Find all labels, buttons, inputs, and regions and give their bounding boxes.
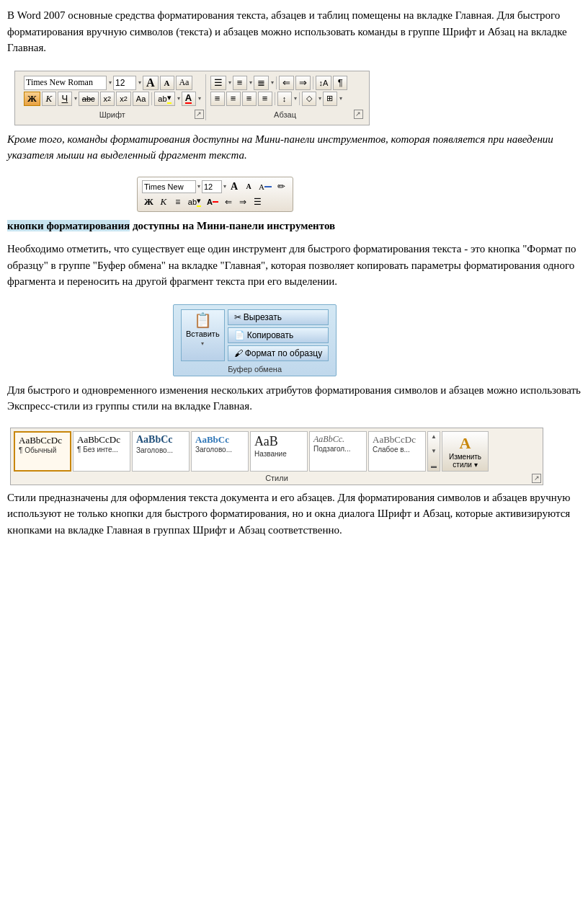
style-heading2-preview: AaBbCc	[195, 434, 229, 446]
borders-arrow: ▾	[339, 95, 342, 102]
mini-font-color[interactable]: A	[257, 180, 274, 193]
highlight-button[interactable]: ab▾	[154, 92, 174, 106]
grow-font-button[interactable]: A	[143, 76, 159, 90]
numbering-arrow: ▾	[249, 79, 252, 86]
justify-button[interactable]: ≡	[258, 92, 272, 106]
multilevel-arrow: ▾	[271, 79, 274, 86]
change-case-button[interactable]: Аа	[176, 76, 193, 90]
format-paragraph: Необходимо отметить, что существует еще …	[7, 241, 581, 290]
font-section-label: Шрифт	[19, 110, 205, 119]
font-size-select[interactable]: 12	[113, 76, 136, 90]
style-no-interval-preview: AaBbCcDc	[77, 434, 120, 446]
superscript-button[interactable]: x2	[116, 92, 131, 106]
style-weak-name: Слабое в...	[373, 446, 410, 454]
paragraph-section: ☰ ▾ ≡ ▾ ≣ ▾ ⇐ ⇒ ↕A ¶ ≡ ≡ ≡ ≡ ↕ ▾	[206, 74, 365, 120]
buffer-section-label: Буфер обмена	[174, 365, 336, 373]
buffer-box: 📋 Вставить ▾ ✂ Вырезать 📄 Копировать 🖌 Ф…	[173, 304, 337, 376]
caption-highlighted: кнопки форматирования	[7, 220, 130, 231]
mini-bullets[interactable]: ☰	[251, 195, 264, 208]
increase-indent-button[interactable]: ⇒	[295, 76, 311, 90]
ribbon-toolbar: Times New Roman ▾ 12 ▾ A A Аа Ж К Ч ▾ ab…	[14, 71, 370, 125]
separator	[151, 92, 152, 105]
mini-grow-font[interactable]: A	[228, 180, 241, 193]
shrink-font-button[interactable]: A	[160, 76, 174, 90]
subscript-button[interactable]: x2	[100, 92, 115, 106]
italic-button[interactable]: К	[42, 92, 56, 106]
align-right-button[interactable]: ≡	[242, 92, 257, 106]
format-painter-label: Формат по образцу	[245, 348, 323, 358]
numbering-button[interactable]: ≡	[233, 76, 247, 90]
underline-arrow: ▾	[74, 95, 77, 102]
mini-decrease-indent[interactable]: ⇐	[222, 195, 235, 208]
style-heading1-preview: AaBbCс	[136, 434, 173, 446]
style-title-preview: АаВ	[254, 434, 278, 450]
style-title[interactable]: АаВ Название	[250, 431, 308, 472]
mini-font-select[interactable]: Times New	[142, 180, 196, 193]
style-heading2[interactable]: AaBbCc Заголово...	[191, 431, 249, 472]
mini-format-painter[interactable]: ✏	[275, 180, 288, 193]
style-normal-preview: AaBbCcDc	[19, 435, 62, 446]
style-heading1[interactable]: AaBbCс Заголово...	[132, 431, 190, 472]
font-name-select[interactable]: Times New Roman	[24, 76, 107, 90]
copy-label: Копировать	[247, 330, 294, 340]
bullets-button[interactable]: ☰	[210, 76, 226, 90]
mini-font-color2[interactable]: A	[205, 195, 220, 208]
styles-section-expand[interactable]: ↗	[532, 474, 541, 483]
style-no-interval[interactable]: AaBbCcDc ¶ Без инте...	[73, 431, 130, 472]
font-section-expand[interactable]: ↗	[195, 110, 204, 119]
style-subtitle[interactable]: AaBbCc. Подзагол...	[309, 431, 367, 472]
italic-caption: Кроме того, команды форматирования досту…	[7, 131, 581, 164]
cut-label: Вырезать	[244, 312, 282, 322]
mini-bold[interactable]: Ж	[142, 195, 156, 208]
mini-size-arrow: ▾	[223, 183, 226, 190]
change-styles-icon: A	[460, 434, 471, 453]
mini-center[interactable]: ≡	[172, 195, 184, 208]
strikethrough-button[interactable]: abc	[79, 92, 99, 106]
align-center-button[interactable]: ≡	[226, 92, 241, 106]
borders-button[interactable]: ⊞	[323, 92, 337, 106]
line-spacing-arrow: ▾	[294, 95, 297, 102]
express-paragraph: Для быстрого и одновременного изменения …	[7, 382, 581, 415]
underline-button[interactable]: Ч	[58, 92, 72, 106]
scroll-up-arrow: ▲	[431, 433, 437, 440]
caption-line: кнопки форматирования доступны на Мини-п…	[7, 218, 581, 234]
mini-highlight[interactable]: ab▾	[186, 195, 203, 208]
bold-button[interactable]: Ж	[24, 92, 40, 106]
sep4	[275, 92, 275, 105]
cut-button[interactable]: ✂ Вырезать	[228, 309, 329, 325]
paragraph-section-expand[interactable]: ↗	[354, 110, 363, 119]
sort-button[interactable]: ↕A	[316, 76, 332, 90]
style-subtitle-preview: AaBbCc.	[313, 434, 344, 444]
multilevel-button[interactable]: ≣	[254, 76, 269, 90]
clear-format-button[interactable]: Aa	[133, 92, 149, 106]
shading-button[interactable]: ◇	[302, 92, 316, 106]
style-normal-name: ¶ Обычный	[19, 446, 56, 454]
line-spacing-button[interactable]: ↕	[277, 92, 292, 106]
copy-icon: 📄	[234, 330, 245, 340]
font-color-button[interactable]: A	[182, 92, 196, 106]
mini-size-select[interactable]: 12	[202, 180, 222, 193]
styles-box: AaBbCcDc ¶ Обычный AaBbCcDc ¶ Без инте..…	[10, 428, 543, 485]
change-styles-button[interactable]: A Изменитьстили ▾	[442, 431, 489, 472]
paste-button[interactable]: 📋 Вставить ▾	[181, 309, 225, 361]
intro-paragraph: В Word 2007 основные средства форматиров…	[7, 7, 581, 56]
mini-font-arrow: ▾	[197, 183, 200, 190]
style-no-interval-name: ¶ Без инте...	[77, 446, 118, 454]
format-painter-icon: 🖌	[234, 348, 243, 358]
decrease-indent-button[interactable]: ⇐	[279, 76, 294, 90]
mini-shrink-font[interactable]: A	[242, 180, 255, 193]
format-painter-button[interactable]: 🖌 Формат по образцу	[228, 345, 329, 361]
highlight-arrow: ▾	[177, 95, 180, 102]
styles-scroll[interactable]: ▲ ▼ ▬	[427, 431, 440, 472]
style-normal[interactable]: AaBbCcDc ¶ Обычный	[14, 431, 71, 472]
mini-italic[interactable]: К	[157, 195, 170, 208]
scroll-more-arrow: ▬	[431, 463, 437, 469]
align-left-button[interactable]: ≡	[210, 92, 225, 106]
font-name-arrow: ▾	[109, 79, 112, 86]
copy-button[interactable]: 📄 Копировать	[228, 327, 329, 343]
style-weak[interactable]: AaBbCcDc Слабое в...	[368, 431, 426, 472]
paste-arrow: ▾	[201, 340, 204, 347]
show-marks-button[interactable]: ¶	[333, 76, 347, 90]
font-section: Times New Roman ▾ 12 ▾ A A Аа Ж К Ч ▾ ab…	[19, 74, 206, 120]
mini-increase-indent[interactable]: ⇒	[236, 195, 249, 208]
